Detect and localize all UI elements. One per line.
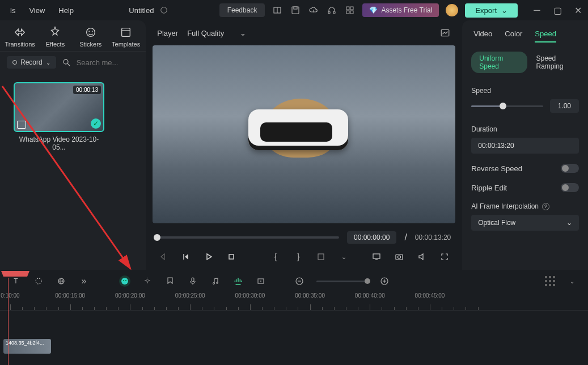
zoom-slider[interactable] xyxy=(316,281,367,282)
sparkle-icon[interactable] xyxy=(142,275,153,287)
title-info-icon[interactable] xyxy=(158,5,170,16)
ai-face-icon[interactable] xyxy=(119,275,130,287)
feedback-button[interactable]: Feedback xyxy=(219,3,265,17)
timeline-tracks[interactable]: 1408.35_4b2f4... xyxy=(0,311,588,356)
tab-speed[interactable]: Speed xyxy=(535,29,556,43)
volume-icon[interactable] xyxy=(416,251,428,263)
mic-icon[interactable] xyxy=(187,275,198,287)
tab-stickers[interactable]: Stickers xyxy=(73,26,108,48)
close-button[interactable]: ✕ xyxy=(572,5,583,16)
record-button[interactable]: Record ⌄ xyxy=(7,56,56,69)
player-panel: Player Full Quality ⌄ 00:00:00:00 / 00:0… xyxy=(146,20,462,270)
zoom-out-button[interactable] xyxy=(294,275,305,287)
expand-icon[interactable]: » xyxy=(78,275,90,287)
tab-transitions[interactable]: Transitions xyxy=(2,26,37,48)
globe-icon[interactable] xyxy=(56,275,67,287)
export-button[interactable]: Export ⌄ xyxy=(465,3,518,18)
clip-duration: 00:00:13 xyxy=(73,86,101,94)
svg-rect-25 xyxy=(396,254,403,260)
search-icon[interactable] xyxy=(62,57,71,68)
tab-templates[interactable]: Templates xyxy=(108,26,143,48)
ruler-mark: 00:00:25:00 xyxy=(175,292,205,299)
svg-rect-8 xyxy=(346,7,349,10)
snapshot-icon[interactable] xyxy=(439,27,451,39)
display-icon[interactable] xyxy=(370,251,383,263)
reverse-speed-row: Reverse Speed xyxy=(471,164,579,173)
svg-rect-11 xyxy=(350,11,353,14)
track-options-icon[interactable] xyxy=(545,276,555,286)
timeline-ruler[interactable]: 0:10:0000:00:15:0000:00:20:0000:00:25:00… xyxy=(0,292,588,311)
menu-help[interactable]: Help xyxy=(53,4,79,17)
tab-transitions-label: Transitions xyxy=(5,41,35,48)
export-label: Export xyxy=(475,6,497,15)
search-input[interactable] xyxy=(77,58,146,67)
player-label: Player xyxy=(157,29,178,37)
ruler-mark: 00:00:20:00 xyxy=(115,292,145,299)
reverse-speed-toggle[interactable] xyxy=(561,164,579,173)
speed-value[interactable]: 1.00 xyxy=(550,99,579,113)
layout-icon[interactable] xyxy=(272,5,283,16)
speed-slider[interactable] xyxy=(471,105,543,107)
ripple-edit-toggle[interactable] xyxy=(561,183,579,192)
chevron-down-icon[interactable]: ⌄ xyxy=(337,251,350,263)
mark-out-button[interactable]: } xyxy=(292,251,304,263)
help-icon[interactable]: ? xyxy=(542,203,549,210)
save-icon[interactable] xyxy=(290,5,301,16)
tab-stickers-label: Stickers xyxy=(79,41,101,48)
ai-interp-select[interactable]: Optical Flow ⌄ xyxy=(471,215,579,231)
grid-icon[interactable] xyxy=(344,5,356,16)
fullscreen-icon[interactable] xyxy=(438,251,451,263)
play-button[interactable] xyxy=(202,251,215,263)
timeline-toolbar: T » ⌄ xyxy=(0,270,588,292)
svg-point-12 xyxy=(86,28,95,37)
speed-ramping-tab[interactable]: Speed Ramping xyxy=(536,52,579,73)
cloud-icon[interactable] xyxy=(308,5,319,16)
tab-color[interactable]: Color xyxy=(505,29,522,43)
frame-icon[interactable] xyxy=(255,275,266,287)
chevron-down-icon[interactable]: ⌄ xyxy=(566,275,578,287)
diamond-icon: 💎 xyxy=(369,6,378,14)
minimize-button[interactable]: ─ xyxy=(531,5,543,16)
chevron-down-icon: ⌄ xyxy=(240,29,246,37)
scrub-handle[interactable] xyxy=(154,234,160,241)
zoom-handle[interactable] xyxy=(365,278,370,284)
search-row: Record ⌄ ⋯ xyxy=(0,52,146,73)
magnet-icon[interactable] xyxy=(232,275,244,287)
video-viewport[interactable] xyxy=(153,45,455,223)
window-controls: ─ ▢ ✕ xyxy=(531,5,583,16)
step-back-button[interactable] xyxy=(180,251,192,263)
assets-trial-button[interactable]: 💎 Assets Free Trial xyxy=(362,3,439,17)
prev-frame-button[interactable] xyxy=(157,251,170,263)
camera-icon[interactable] xyxy=(393,251,405,263)
mark-in-button[interactable]: { xyxy=(269,251,282,263)
maximize-button[interactable]: ▢ xyxy=(552,5,563,16)
svg-rect-7 xyxy=(333,11,335,14)
marker-icon[interactable] xyxy=(164,275,176,287)
menu-tools[interactable]: ls xyxy=(5,4,21,17)
media-clip[interactable]: 00:00:13 ✓ WhatsApp Video 2023-10-05... xyxy=(14,82,104,151)
avatar-icon[interactable] xyxy=(446,4,458,16)
scrub-bar[interactable] xyxy=(157,236,339,239)
stop-button[interactable] xyxy=(225,251,238,263)
reverse-speed-label: Reverse Speed xyxy=(471,164,522,173)
headphones-icon[interactable] xyxy=(326,5,337,16)
menu-view[interactable]: View xyxy=(23,4,50,17)
clip-thumbnail[interactable]: 00:00:13 ✓ xyxy=(14,82,104,132)
music-icon[interactable] xyxy=(210,275,221,287)
tab-effects[interactable]: Effects xyxy=(37,26,73,48)
svg-rect-33 xyxy=(192,278,194,282)
speed-slider-handle[interactable] xyxy=(500,103,506,109)
quality-value: Full Quality xyxy=(187,29,224,37)
ripple-edit-row: Ripple Edit xyxy=(471,183,579,192)
playhead[interactable] xyxy=(0,270,45,365)
duration-input[interactable]: 00:00:13:20 xyxy=(471,138,579,154)
uniform-speed-tab[interactable]: Uniform Speed xyxy=(471,52,527,73)
ai-interp-value: Optical Flow xyxy=(478,219,515,227)
svg-point-17 xyxy=(64,60,68,64)
crop-icon[interactable] xyxy=(315,251,327,263)
quality-select[interactable]: Full Quality ⌄ xyxy=(187,29,246,37)
ruler-mark: 00:00:30:00 xyxy=(235,292,265,299)
svg-rect-23 xyxy=(373,254,380,258)
zoom-in-button[interactable] xyxy=(379,275,390,287)
tab-video[interactable]: Video xyxy=(473,29,492,43)
